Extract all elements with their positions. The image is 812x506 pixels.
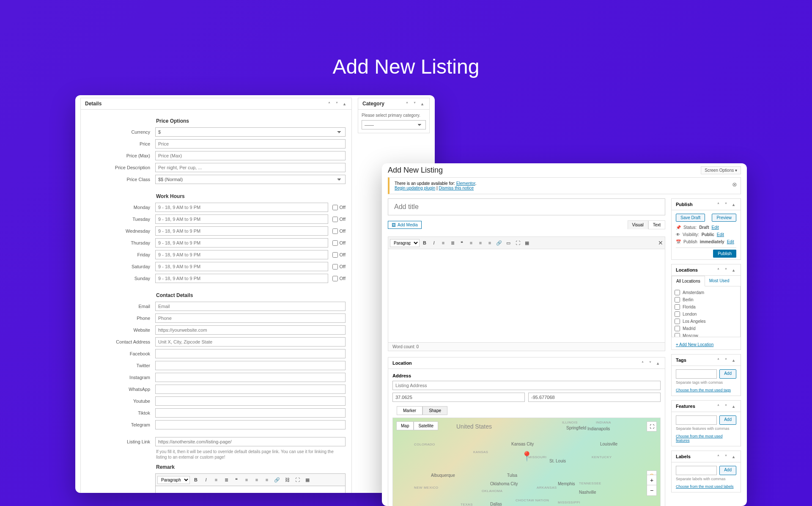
collapse-down-icon[interactable]: ˅ (334, 101, 340, 107)
quote-icon[interactable]: ❝ (458, 239, 466, 247)
features-choose-link[interactable]: Choose from the most used features (676, 434, 736, 443)
fullscreen-icon[interactable]: ⛶ (513, 239, 522, 247)
feat-down-icon[interactable]: ˅ (723, 403, 729, 409)
collapse-up-icon[interactable]: ˄ (326, 101, 332, 107)
location-checkbox[interactable]: Los Angeles (675, 318, 738, 325)
tab-all-locations[interactable]: All Locations (672, 276, 705, 286)
loc-toggle-icon[interactable]: ▴ (655, 360, 661, 366)
features-add-button[interactable]: Add (719, 415, 736, 425)
content-editor[interactable] (388, 249, 665, 342)
align-center-icon[interactable]: ≡ (252, 476, 261, 484)
off-toggle-thursday[interactable]: Off (332, 240, 346, 246)
tab-visual[interactable]: Visual (628, 220, 648, 229)
paragraph-select[interactable]: Paragraph (390, 239, 420, 247)
feat-toggle-icon[interactable]: ▴ (730, 403, 736, 409)
cat-down-icon[interactable]: ˅ (411, 101, 417, 107)
facebook-input[interactable] (155, 349, 346, 358)
align-left-icon[interactable]: ≡ (467, 239, 475, 247)
hours-input-tuesday[interactable] (155, 214, 328, 224)
off-toggle-friday[interactable]: Off (332, 252, 346, 258)
hours-input-monday[interactable] (155, 203, 328, 212)
quote-icon[interactable]: ❝ (232, 476, 241, 484)
loc-down-icon[interactable]: ˅ (647, 360, 653, 366)
link-icon[interactable]: 🔗 (273, 476, 281, 484)
contact-address-input[interactable] (155, 337, 346, 346)
italic-icon[interactable]: I (202, 476, 210, 484)
lng-input[interactable] (528, 393, 661, 402)
location-checkbox[interactable]: Amsterdam (675, 289, 738, 296)
fullscreen-icon[interactable]: ⛶ (647, 421, 657, 432)
notice-update-link[interactable]: Begin updating plugin (395, 186, 435, 190)
toggle-icon[interactable]: ▴ (341, 101, 347, 107)
off-toggle-saturday[interactable]: Off (332, 264, 346, 270)
status-edit-link[interactable]: Edit (711, 225, 719, 230)
save-draft-button[interactable]: Save Draft (676, 214, 705, 222)
labels-choose-link[interactable]: Choose from the most used labels (676, 484, 734, 489)
hours-input-thursday[interactable] (155, 238, 328, 248)
location-checkbox[interactable]: Berlin (675, 296, 738, 303)
add-location-link[interactable]: + Add New Location (676, 342, 713, 347)
tags-toggle-icon[interactable]: ▴ (730, 357, 736, 363)
map-type-satellite[interactable]: Satellite (414, 421, 438, 430)
publish-button[interactable]: Publish (713, 250, 736, 258)
more-icon[interactable]: ▦ (303, 476, 312, 484)
off-toggle-wednesday[interactable]: Off (332, 228, 346, 234)
location-checkbox[interactable]: London (675, 311, 738, 318)
toolbar-toggle-icon[interactable]: ▦ (523, 239, 531, 247)
tags-choose-link[interactable]: Choose from the most used tags (676, 388, 731, 392)
tab-text[interactable]: Text (648, 220, 665, 229)
pub-toggle-icon[interactable]: ▴ (730, 201, 736, 207)
location-checkbox[interactable]: Florida (675, 303, 738, 311)
map-type-map[interactable]: Map (396, 421, 414, 430)
preview-button[interactable]: Preview (712, 214, 736, 222)
features-input[interactable] (676, 415, 717, 425)
notice-close-icon[interactable]: ⊗ (732, 181, 737, 188)
ol-icon[interactable]: ≣ (222, 476, 230, 484)
visibility-edit-link[interactable]: Edit (717, 232, 724, 237)
cat-toggle-icon[interactable]: ▴ (419, 101, 425, 107)
italic-icon[interactable]: I (430, 239, 438, 247)
tags-add-button[interactable]: Add (719, 369, 736, 379)
youtube-input[interactable] (155, 396, 346, 406)
locs-down-icon[interactable]: ˅ (723, 267, 729, 273)
tags-down-icon[interactable]: ˅ (723, 357, 729, 363)
tags-input[interactable] (676, 369, 717, 379)
price-input[interactable] (155, 139, 346, 148)
listing-link-input[interactable] (155, 437, 346, 446)
location-checkbox[interactable]: Moscow (675, 332, 738, 337)
address-input[interactable] (392, 381, 661, 390)
pub-up-icon[interactable]: ˄ (715, 201, 721, 207)
zoom-in-icon[interactable]: + (647, 475, 656, 485)
align-center-icon[interactable]: ≡ (476, 239, 485, 247)
locs-up-icon[interactable]: ˄ (715, 267, 721, 273)
twitter-input[interactable] (155, 361, 346, 370)
tags-up-icon[interactable]: ˄ (715, 357, 721, 363)
telegram-input[interactable] (155, 420, 346, 429)
hours-input-friday[interactable] (155, 250, 328, 259)
shape-tab[interactable]: Shape (422, 406, 447, 415)
cat-up-icon[interactable]: ˄ (404, 101, 410, 107)
lbl-down-icon[interactable]: ˅ (723, 454, 729, 459)
phone-input[interactable] (155, 314, 346, 323)
remark-paragraph-select[interactable]: Paragraph (157, 476, 190, 484)
readmore-icon[interactable]: ▭ (504, 239, 513, 247)
off-toggle-tuesday[interactable]: Off (332, 217, 346, 222)
ul-icon[interactable]: ≡ (212, 476, 220, 484)
labels-input[interactable] (676, 466, 717, 475)
price-max-input[interactable] (155, 151, 346, 160)
zoom-out-icon[interactable]: − (647, 485, 656, 495)
link-icon[interactable]: 🔗 (495, 239, 503, 247)
currency-select[interactable]: $ (155, 127, 346, 137)
lat-input[interactable] (392, 393, 525, 402)
hours-input-wednesday[interactable] (155, 226, 328, 236)
align-right-icon[interactable]: ≡ (486, 239, 494, 247)
editor-close-icon[interactable]: ✕ (658, 239, 663, 246)
labels-add-button[interactable]: Add (719, 466, 736, 475)
ul-icon[interactable]: ≡ (439, 239, 447, 247)
tab-most-used[interactable]: Most Used (705, 276, 734, 286)
align-left-icon[interactable]: ≡ (242, 476, 251, 484)
pub-down-icon[interactable]: ˅ (723, 201, 729, 207)
ol-icon[interactable]: ≣ (448, 239, 457, 247)
notice-plugin-link[interactable]: Elementor (456, 181, 475, 186)
bold-icon[interactable]: B (192, 476, 200, 484)
